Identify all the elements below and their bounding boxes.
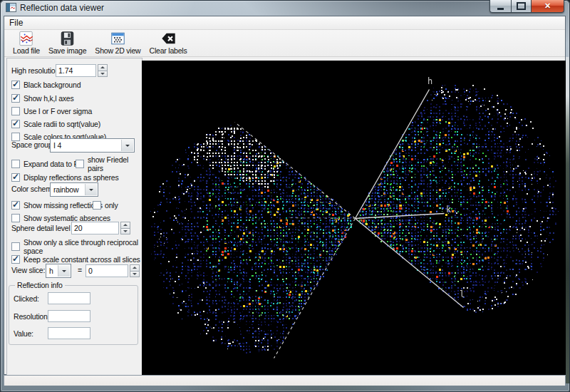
save-image-button[interactable]: Save image xyxy=(44,30,90,55)
sphere-detail-spinner[interactable] xyxy=(120,222,130,234)
checkbox-box[interactable] xyxy=(11,107,20,115)
scatter-canvas[interactable] xyxy=(142,61,566,376)
checkbox-label: only xyxy=(105,201,118,210)
space-group-value: I 4 xyxy=(51,141,120,150)
view-slice-spinner[interactable] xyxy=(130,264,140,277)
checkbox-box[interactable] xyxy=(93,201,101,210)
checkbox-box[interactable] xyxy=(11,201,20,210)
axis-label-k: k xyxy=(446,205,451,215)
resolution-input[interactable] xyxy=(48,310,90,322)
checkbox-label: Show h,k,l axes xyxy=(24,94,74,103)
checkbox-box[interactable] xyxy=(11,81,20,89)
close-button[interactable]: ✕ xyxy=(531,0,564,13)
color-scheme-select[interactable]: rainbow xyxy=(50,182,98,197)
app-window: Reflection data viewer ✕ File Load file xyxy=(0,0,570,392)
spin-down-icon[interactable] xyxy=(130,271,140,278)
high-resolution-input[interactable] xyxy=(56,64,96,77)
axis-label-h: h xyxy=(428,76,432,86)
checkbox-black-background[interactable]: Black background xyxy=(11,80,81,90)
view-slice-row: View slice: h = xyxy=(7,264,142,277)
checkbox-box[interactable] xyxy=(11,120,20,128)
checkbox-friedel-pairs[interactable]: show Friedel pairs xyxy=(76,159,142,169)
checkbox-label: Display reflections as spheres xyxy=(24,173,118,182)
checkbox-box[interactable] xyxy=(11,94,20,103)
color-scheme-row: Color scheme: rainbow xyxy=(7,182,142,195)
checkbox-show-slice[interactable]: Show only a slice through reciprocal spa… xyxy=(11,242,142,252)
checkbox-scale-radii[interactable]: Scale radii to sqrt(value) xyxy=(11,119,100,129)
checkbox-display-spheres[interactable]: Display reflections as spheres xyxy=(11,172,118,182)
clicked-label: Clicked: xyxy=(14,294,39,303)
spin-down-icon[interactable] xyxy=(98,71,108,78)
spin-up-icon[interactable] xyxy=(120,222,130,228)
menu-item-file[interactable]: File xyxy=(4,17,28,29)
checkbox-label: show Friedel pairs xyxy=(88,155,142,172)
value-input[interactable] xyxy=(48,327,90,339)
color-scheme-value: rainbow xyxy=(51,185,84,194)
spin-up-icon[interactable] xyxy=(130,264,140,271)
view-slice-axis-value: h xyxy=(46,267,57,275)
client-area: File Load file xyxy=(4,16,566,375)
checkbox-keep-scale[interactable]: Keep scale constant across all slices xyxy=(11,254,140,264)
checkbox-label: Expand data to P1 xyxy=(24,160,83,168)
checkbox-label: Black background xyxy=(24,81,81,89)
load-file-label: Load file xyxy=(13,46,40,55)
checkbox-label: Show only a slice through reciprocal spa… xyxy=(24,238,142,255)
close-icon: ✕ xyxy=(544,1,551,11)
value-label: Value: xyxy=(14,329,33,338)
space-group-label: Space group: xyxy=(11,140,54,149)
content-area: High resolution: Black background Show h… xyxy=(4,57,565,374)
checkbox-label: Scale radii to sqrt(value) xyxy=(24,120,100,128)
minimize-icon xyxy=(497,8,504,10)
show-2d-view-button[interactable]: Show 2D view xyxy=(90,30,145,55)
save-image-icon xyxy=(59,31,76,46)
spin-up-icon[interactable] xyxy=(98,64,108,71)
sphere-detail-row: Sphere detail level xyxy=(7,222,142,234)
maximize-icon xyxy=(517,2,526,10)
space-group-row: Space group: I 4 xyxy=(7,138,142,151)
resolution-label: Resolution: xyxy=(14,312,49,321)
app-icon xyxy=(6,3,16,12)
clear-labels-button[interactable]: Clear labels xyxy=(145,30,192,55)
save-image-label: Save image xyxy=(48,46,86,55)
checkbox-missing-only[interactable]: only xyxy=(93,200,118,210)
spin-down-icon[interactable] xyxy=(120,228,130,235)
checkbox-expand-p1[interactable]: Expand data to P1 xyxy=(11,159,83,169)
clear-labels-icon xyxy=(160,31,177,46)
sphere-detail-input[interactable] xyxy=(71,222,119,234)
checkbox-box[interactable] xyxy=(11,160,20,168)
equals-sign: = xyxy=(78,266,82,274)
toolbar: Load file Save image xyxy=(4,30,565,57)
chevron-down-icon[interactable] xyxy=(85,184,97,195)
show-2d-view-label: Show 2D view xyxy=(95,46,140,55)
axis-label-l: l xyxy=(460,289,465,299)
chevron-down-icon[interactable] xyxy=(121,140,133,151)
minimize-button[interactable] xyxy=(489,0,512,13)
reflection-3d-viewport[interactable]: h k l xyxy=(142,61,566,376)
reflection-info-title: Reflection info xyxy=(15,281,65,289)
checkbox-i-or-f-over-sigma[interactable]: Use I or F over sigma xyxy=(11,106,92,116)
checkbox-box[interactable] xyxy=(76,160,84,168)
clear-labels-label: Clear labels xyxy=(150,46,187,55)
load-file-icon xyxy=(18,31,34,46)
settings-panel: High resolution: Black background Show h… xyxy=(6,58,142,377)
checkbox-show-missing[interactable]: Show missing reflections xyxy=(11,200,103,210)
high-resolution-label: High resolution: xyxy=(11,66,61,75)
window-controls: ✕ xyxy=(489,0,564,13)
checkbox-label: Keep scale constant across all slices xyxy=(24,255,140,264)
checkbox-box[interactable] xyxy=(11,173,20,182)
statusbar xyxy=(4,375,566,386)
maximize-button[interactable] xyxy=(512,0,531,13)
checkbox-label: Use I or F over sigma xyxy=(24,107,92,115)
chevron-down-icon[interactable] xyxy=(58,265,70,277)
checkbox-show-hkl-axes[interactable]: Show h,k,l axes xyxy=(11,93,74,103)
checkbox-box[interactable] xyxy=(11,242,20,251)
view-slice-value-input[interactable] xyxy=(86,264,128,277)
high-resolution-spinner[interactable] xyxy=(98,64,108,77)
checkbox-box[interactable] xyxy=(11,255,20,264)
clicked-input[interactable] xyxy=(48,292,90,304)
window-title: Reflection data viewer xyxy=(20,3,104,13)
space-group-select[interactable]: I 4 xyxy=(50,138,135,153)
view-slice-axis-select[interactable]: h xyxy=(46,264,71,278)
load-file-button[interactable]: Load file xyxy=(9,30,44,55)
titlebar[interactable]: Reflection data viewer ✕ xyxy=(0,0,570,16)
